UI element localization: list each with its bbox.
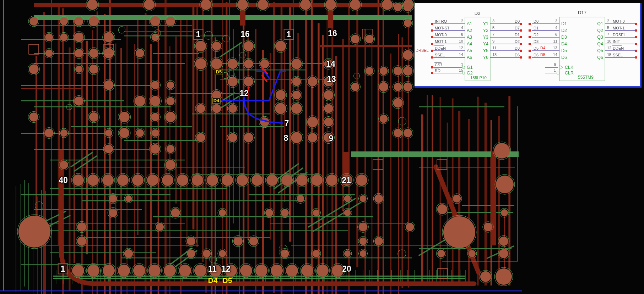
port-Q5: Q5 <box>597 48 603 53</box>
port-Q3: Q3 <box>597 35 603 40</box>
pin-number: 11 <box>492 46 496 50</box>
pin-connection-square <box>635 50 637 52</box>
pin-connection-square <box>431 36 433 38</box>
pin-number: 7 <box>607 32 609 37</box>
port-A4: A4 <box>467 41 472 46</box>
port-D3: D3 <box>561 35 567 40</box>
pin-connection-square <box>520 29 522 32</box>
port-Q6: Q6 <box>597 55 603 60</box>
port-A1: A1 <box>467 21 472 26</box>
pin-connection-square <box>431 56 433 59</box>
inversion-bubble <box>462 72 465 74</box>
port-D6: D6 <box>561 55 567 60</box>
pin-number: 13 <box>492 52 497 57</box>
ic-part-d17: 555TM9 <box>578 75 594 80</box>
net-RD: RD <box>435 68 440 73</box>
pin-number: 6 <box>555 32 557 37</box>
highlighted-net-red-1 <box>262 75 267 82</box>
schematic-drawing: D2155LP10D17555TM9INTRQ2A1MOT-ST4A2MOT-0… <box>415 3 640 86</box>
pin-connection-square <box>431 29 433 32</box>
pin-number: 15 <box>607 52 611 57</box>
pin-connection-square <box>520 43 522 45</box>
net-D6: D6 <box>534 53 539 57</box>
port-CLK: CLK <box>565 65 574 70</box>
pin-number: 4 <box>555 26 557 30</box>
pin-connection-square <box>635 36 637 38</box>
net-D5: D5 <box>534 46 539 50</box>
net-D2: D2 <box>515 39 520 44</box>
pin-number: 12 <box>607 46 611 50</box>
net-MOT-1: MOT-1 <box>613 26 625 30</box>
pin-connection-square <box>431 72 433 74</box>
annotation-D5: D5 <box>540 52 545 57</box>
pin-number: 7 <box>492 32 494 37</box>
pin-number: 2 <box>607 19 609 23</box>
inversion-bubble <box>557 72 559 74</box>
net-MOT-ST: MOT-ST <box>435 26 450 30</box>
port-D1: D1 <box>561 21 567 26</box>
pin-number: 11 <box>553 39 557 43</box>
net-D2: D2 <box>534 33 539 37</box>
net-MOT-0: MOT-0 <box>435 33 447 37</box>
port-D5: D5 <box>561 48 567 53</box>
pin-connection-square <box>431 43 433 45</box>
net-D0: D0 <box>515 19 520 23</box>
port-Y4: Y4 <box>483 41 488 46</box>
port-G2: G2 <box>467 71 473 76</box>
pin-number: 10 <box>459 39 463 43</box>
port-A3: A3 <box>467 35 472 40</box>
pin-connection-square <box>520 23 522 25</box>
ic-title-d2: D2 <box>475 11 481 16</box>
net-D6: D6 <box>515 53 520 57</box>
pin-connection-square <box>635 43 637 45</box>
net-SSEL: SSEL <box>435 53 445 57</box>
net-MOT-0: MOT-0 <box>613 19 625 23</box>
highlighted-net-blue-2 <box>244 95 282 123</box>
ic-part-d2: 155LP10 <box>470 76 487 80</box>
net-D3: D3 <box>534 39 539 44</box>
pin-number: 1 <box>461 62 463 67</box>
pin-connection-square <box>635 23 637 25</box>
pin-number: 6 <box>461 32 463 37</box>
port-CLR: CLR <box>565 71 574 76</box>
highlighted-net-blue-0 <box>219 71 285 101</box>
pin-connection-square <box>431 50 433 52</box>
port-Y1: Y1 <box>483 21 488 26</box>
pin-connection-square <box>431 66 433 68</box>
annotation-D4: D4 <box>540 46 545 50</box>
pin-connection-square <box>520 36 522 38</box>
pin-connection-square <box>529 23 531 25</box>
port-G1: G1 <box>467 65 473 70</box>
net-INIT: INIT <box>613 39 620 44</box>
pin-number: 5 <box>607 26 609 30</box>
pin-connection-square <box>635 29 637 32</box>
pin-number: 1 <box>554 68 556 72</box>
net-SSEL: SSEL <box>613 53 623 57</box>
port-Q4: Q4 <box>597 41 603 46</box>
pin-connection-square <box>529 29 531 32</box>
port-Q1: Q1 <box>597 21 603 26</box>
pin-number: 9 <box>554 62 556 67</box>
net-DRSEL: DRSEL <box>613 33 626 37</box>
pin-number: 2 <box>461 19 463 23</box>
schematic-inset: D2155LP10D17555TM9INTRQ2A1MOT-ST4A2MOT-0… <box>415 3 642 88</box>
pin-connection-square <box>529 56 531 59</box>
pin-number: 3 <box>492 19 494 23</box>
net-CS7: CS7 <box>435 63 442 67</box>
port-Q2: Q2 <box>597 28 603 33</box>
clock-triangle <box>559 65 563 70</box>
port-Y2: Y2 <box>483 28 488 33</box>
pin-connection-square <box>431 23 433 25</box>
pin-connection-square <box>529 50 531 52</box>
pin-connection-square <box>635 56 637 59</box>
pin-number: 13 <box>553 46 557 50</box>
pin-connection-square <box>520 50 522 52</box>
pin-number: 9 <box>492 39 494 43</box>
port-A2: A2 <box>467 28 472 33</box>
side-label-drsel: DRSEL <box>416 48 429 52</box>
net-D7: D7 <box>515 26 520 30</box>
pin-number: 14 <box>553 52 557 57</box>
net-D0: D0 <box>534 19 539 23</box>
pin-number: 4 <box>461 26 463 30</box>
net-D1: D1 <box>534 26 539 30</box>
